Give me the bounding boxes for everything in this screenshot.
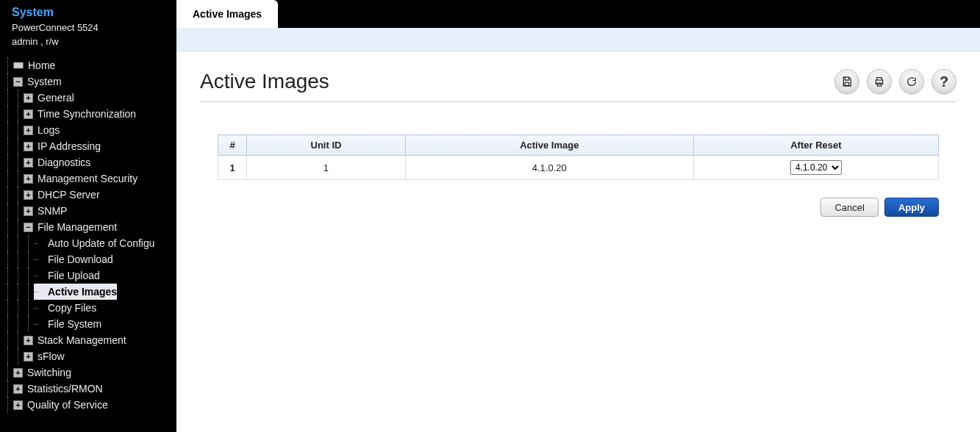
svg-rect-0 <box>14 62 24 68</box>
tab-bar: Active Images <box>176 0 980 28</box>
tree-active-images[interactable]: Active Images <box>34 284 117 300</box>
tree-file-upload[interactable]: File Upload <box>34 267 100 284</box>
cell-active-image: 4.1.0.20 <box>405 156 693 180</box>
after-reset-select[interactable]: 4.1.0.20 <box>790 160 842 175</box>
user-access: admin , r/w <box>12 36 165 47</box>
tree-switching[interactable]: + Switching <box>13 364 71 381</box>
print-icon <box>873 76 885 87</box>
tree-sflow[interactable]: + sFlow <box>24 348 65 364</box>
collapse-icon[interactable]: − <box>13 77 23 87</box>
tree-management-security[interactable]: + Management Security <box>24 170 137 187</box>
expand-icon[interactable]: + <box>13 368 23 378</box>
expand-icon[interactable]: + <box>24 109 33 119</box>
refresh-icon <box>906 76 918 87</box>
system-title: System <box>12 6 165 19</box>
tree-statistics-rmon[interactable]: + Statistics/RMON <box>13 381 103 397</box>
cell-after-reset: 4.1.0.20 <box>693 156 938 180</box>
tree-stack-management[interactable]: + Stack Management <box>24 332 126 348</box>
expand-icon[interactable]: + <box>24 93 33 103</box>
content-area: Active Images Active Images ? <box>176 0 980 432</box>
refresh-button[interactable] <box>899 69 924 94</box>
sub-header <box>176 28 980 51</box>
col-unit-id: Unit ID <box>247 135 406 156</box>
expand-icon[interactable]: + <box>24 126 33 135</box>
table-row: 1 1 4.1.0.20 4.1.0.20 <box>218 156 939 180</box>
tree-copy-files[interactable]: Copy Files <box>34 300 96 316</box>
print-button[interactable] <box>867 69 892 94</box>
tree-quality-of-service[interactable]: + Quality of Service <box>13 397 108 413</box>
save-button[interactable] <box>834 69 859 94</box>
col-num: # <box>218 135 247 156</box>
expand-icon[interactable]: + <box>24 336 33 345</box>
svg-rect-1 <box>845 82 848 85</box>
cell-unit-id: 1 <box>247 156 406 180</box>
tree-system[interactable]: − System <box>13 73 62 90</box>
col-after-reset: After Reset <box>693 135 938 156</box>
nav-tree: Home − System + General + Time Sy <box>0 54 176 413</box>
expand-icon[interactable]: + <box>24 190 33 200</box>
save-icon <box>841 76 853 87</box>
tree-time-sync[interactable]: + Time Synchronization <box>24 106 136 122</box>
collapse-icon[interactable]: − <box>24 223 33 232</box>
tree-home[interactable]: Home <box>13 57 55 73</box>
tree-ip-addressing[interactable]: + IP Addressing <box>24 138 101 154</box>
tree-diagnostics[interactable]: + Diagnostics <box>24 154 90 170</box>
expand-icon[interactable]: + <box>13 384 23 394</box>
expand-icon[interactable]: + <box>24 158 33 168</box>
col-active-image: Active Image <box>405 135 693 156</box>
tree-file-system[interactable]: File System <box>34 316 101 332</box>
cancel-button[interactable]: Cancel <box>820 198 878 217</box>
page-title: Active Images <box>200 70 329 93</box>
tree-logs[interactable]: + Logs <box>24 122 60 138</box>
tree-snmp[interactable]: + SNMP <box>24 203 67 219</box>
tree-file-download[interactable]: File Download <box>34 251 113 267</box>
help-button[interactable]: ? <box>931 69 956 94</box>
action-buttons: Cancel Apply <box>200 180 956 217</box>
apply-button[interactable]: Apply <box>884 198 939 217</box>
home-icon <box>13 60 24 71</box>
tab-active-images[interactable]: Active Images <box>176 0 278 28</box>
tree-general[interactable]: + General <box>24 90 74 106</box>
sidebar: System PowerConnect 5524 admin , r/w Hom… <box>0 0 176 432</box>
device-model: PowerConnect 5524 <box>12 22 165 33</box>
tree-auto-update[interactable]: Auto Update of Configu <box>34 235 155 251</box>
active-images-table: # Unit ID Active Image After Reset 1 1 4… <box>218 134 939 180</box>
expand-icon[interactable]: + <box>24 174 33 184</box>
tree-file-management[interactable]: − File Management <box>24 219 117 235</box>
expand-icon[interactable]: + <box>24 142 33 151</box>
page-header: Active Images ? <box>200 69 956 102</box>
cell-num: 1 <box>218 156 247 180</box>
tree-dhcp-server[interactable]: + DHCP Server <box>24 187 100 203</box>
expand-icon[interactable]: + <box>24 206 33 216</box>
expand-icon[interactable]: + <box>13 400 23 410</box>
sidebar-header: System PowerConnect 5524 admin , r/w <box>0 0 176 54</box>
expand-icon[interactable]: + <box>24 352 33 361</box>
toolbar: ? <box>834 69 956 94</box>
help-icon: ? <box>940 73 948 90</box>
